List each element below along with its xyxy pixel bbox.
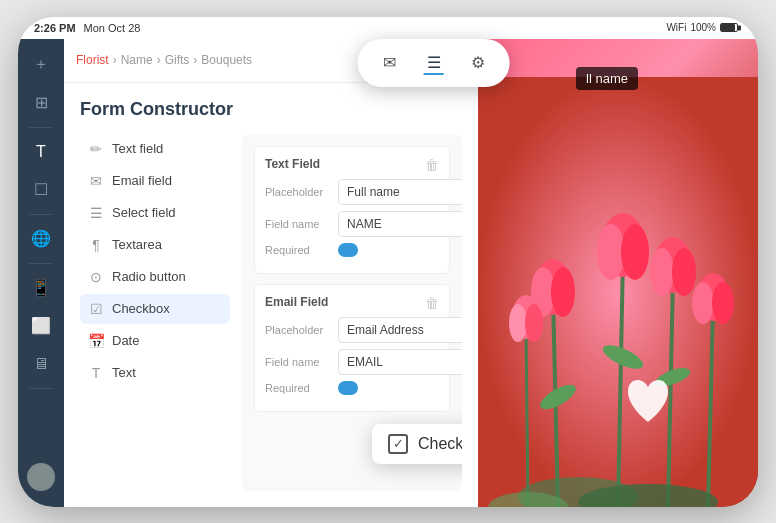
field-list: ✏ Text field ✉ Email field ☰ Select fiel…: [80, 134, 230, 491]
field-item-email-label: Email field: [112, 173, 172, 188]
sidebar-avatar[interactable]: [27, 463, 55, 491]
text-required-label: Required: [265, 244, 330, 256]
field-item-checkbox-label: Checkbox: [112, 301, 170, 316]
text-fieldname-input[interactable]: [338, 211, 462, 237]
field-item-select[interactable]: ☰ Select field: [80, 198, 230, 228]
breadcrumb-sep1: ›: [113, 53, 117, 67]
text-required-toggle[interactable]: [338, 243, 358, 257]
field-item-checkbox[interactable]: ☑ Checkbox: [80, 294, 230, 324]
field-item-text2[interactable]: T Text: [80, 358, 230, 388]
sidebar-item-add[interactable]: ＋: [23, 47, 59, 83]
email-fieldname-label: Field name: [265, 356, 330, 368]
breadcrumb-item1[interactable]: Name: [121, 53, 153, 67]
toolbar-settings-icon[interactable]: ⚙: [462, 47, 494, 79]
text-field-name-row: Field name: [265, 211, 439, 237]
tablet-content: ＋ ⊞ T ☐ 🌐 📱 ⬜ 🖥 Florist › Name ›: [18, 39, 758, 507]
tooltip-text: ll name: [586, 71, 628, 86]
battery-label: 100%: [690, 22, 716, 33]
battery-icon: [720, 23, 738, 32]
breadcrumb-store[interactable]: Florist: [76, 53, 109, 67]
email-required-toggle[interactable]: [338, 381, 358, 395]
text-field-block: 🗑 Text Field Placeholder Field name: [254, 146, 450, 274]
svg-point-17: [672, 248, 696, 296]
email-fieldname-input[interactable]: [338, 349, 462, 375]
sidebar-item-phone[interactable]: 📱: [23, 270, 59, 306]
field-item-date-label: Date: [112, 333, 139, 348]
svg-point-20: [712, 282, 734, 324]
text-field-required-row: Required: [265, 243, 439, 257]
toolbar-email-icon[interactable]: ✉: [374, 47, 406, 79]
email-field-name-row: Field name: [265, 349, 439, 375]
photo-area: [478, 39, 758, 507]
svg-line-5: [526, 327, 528, 507]
main-area: Florist › Name › Gifts › Bouquets Form C…: [64, 39, 478, 507]
text-field-header: Text Field: [265, 157, 439, 171]
field-item-radio-label: Radio button: [112, 269, 186, 284]
email-field-header: Email Field: [265, 295, 439, 309]
status-bar: 2:26 PM Mon Oct 28 WiFi 100%: [18, 17, 758, 39]
tablet-frame: 2:26 PM Mon Oct 28 WiFi 100% ✉ ☰ ⚙ 🔔 🔍 l…: [18, 17, 758, 507]
email-field-delete-icon[interactable]: 🗑: [425, 295, 439, 311]
breadcrumb-item2[interactable]: Gifts: [165, 53, 190, 67]
svg-point-11: [551, 267, 575, 317]
checkbox-popup-label: Checkbox: [418, 435, 462, 453]
email-placeholder-input[interactable]: [338, 317, 462, 343]
form-body: ✏ Text field ✉ Email field ☰ Select fiel…: [80, 134, 462, 491]
email-field-block: 🗑 Email Field Placeholder Field name: [254, 284, 450, 412]
email-required-label: Required: [265, 382, 330, 394]
email-field-placeholder-row: Placeholder: [265, 317, 439, 343]
svg-point-16: [650, 248, 674, 296]
breadcrumb-sep3: ›: [193, 53, 197, 67]
svg-point-13: [597, 224, 625, 280]
sidebar-item-page[interactable]: ☐: [23, 172, 59, 208]
form-constructor: Form Constructor ✏ Text field ✉ Email fi…: [64, 83, 478, 507]
svg-point-14: [621, 224, 649, 280]
field-item-date[interactable]: 📅 Date: [80, 326, 230, 356]
text2-field-icon: T: [88, 365, 104, 381]
status-time: 2:26 PM: [34, 22, 76, 34]
sidebar-item-text[interactable]: T: [23, 134, 59, 170]
field-item-text-label: Text field: [112, 141, 163, 156]
date-field-icon: 📅: [88, 333, 104, 349]
field-item-text[interactable]: ✏ Text field: [80, 134, 230, 164]
field-item-email[interactable]: ✉ Email field: [80, 166, 230, 196]
radio-field-icon: ⊙: [88, 269, 104, 285]
text-fieldname-label: Field name: [265, 218, 330, 230]
email-placeholder-label: Placeholder: [265, 324, 330, 336]
field-item-text2-label: Text: [112, 365, 136, 380]
breadcrumb-item3[interactable]: Bouquets: [201, 53, 252, 67]
email-field-required-row: Required: [265, 381, 439, 395]
sidebar-item-monitor[interactable]: 🖥: [23, 346, 59, 382]
field-item-radio[interactable]: ⊙ Radio button: [80, 262, 230, 292]
photo-bg: [478, 39, 758, 507]
sidebar-item-grid[interactable]: ⊞: [23, 85, 59, 121]
checkbox-popup-icon: ✓: [388, 434, 408, 454]
field-item-textarea[interactable]: ¶ Textarea: [80, 230, 230, 260]
svg-point-19: [692, 282, 714, 324]
text-placeholder-input[interactable]: [338, 179, 462, 205]
select-field-icon: ☰: [88, 205, 104, 221]
tooltip-bubble: ll name: [576, 67, 638, 90]
form-fields-panel: 🗑 Text Field Placeholder Field name: [242, 134, 462, 491]
wifi-icon: WiFi: [666, 22, 686, 33]
text-field-placeholder-row: Placeholder: [265, 179, 439, 205]
toolbar-form-wrap: ☰: [418, 47, 450, 79]
text-field-icon: ✏: [88, 141, 104, 157]
checkbox-popup[interactable]: ✓ Checkbox: [372, 424, 462, 464]
sidebar-divider: [29, 127, 53, 128]
page-title: Form Constructor: [80, 99, 462, 120]
sidebar-item-globe[interactable]: 🌐: [23, 221, 59, 257]
toolbar-active-indicator: [424, 73, 444, 75]
tulips-svg: [478, 77, 758, 507]
field-item-select-label: Select field: [112, 205, 176, 220]
text-field-delete-icon[interactable]: 🗑: [425, 157, 439, 173]
checkbox-field-icon: ☑: [88, 301, 104, 317]
text-placeholder-label: Placeholder: [265, 186, 330, 198]
sidebar-item-tablet[interactable]: ⬜: [23, 308, 59, 344]
sidebar: ＋ ⊞ T ☐ 🌐 📱 ⬜ 🖥: [18, 39, 64, 507]
field-item-textarea-label: Textarea: [112, 237, 162, 252]
floating-toolbar: ✉ ☰ ⚙: [358, 39, 510, 87]
svg-point-23: [525, 304, 543, 342]
svg-point-22: [509, 304, 527, 342]
sidebar-divider-3: [29, 263, 53, 264]
